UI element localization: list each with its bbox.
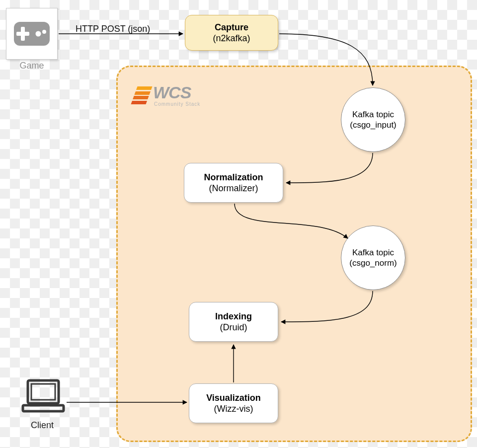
laptop-icon <box>21 378 66 414</box>
wcs-logo-tagline: Community Stack <box>154 102 200 107</box>
wcs-logo-text: WCS <box>153 84 200 101</box>
kafka-topic-norm-node: Kafka topic (csgo_norm) <box>341 225 405 290</box>
wcs-logo-stripes-icon <box>131 86 152 104</box>
indexing-title: Indexing <box>192 311 275 322</box>
kafka-topic-input-line1: Kafka topic <box>341 109 405 120</box>
game-node <box>6 8 58 60</box>
visualization-node: Visualization (Wizz-vis) <box>189 383 278 423</box>
svg-point-4 <box>42 30 46 34</box>
normalization-node: Normalization (Normalizer) <box>184 163 283 203</box>
indexing-node: Indexing (Druid) <box>189 302 278 342</box>
edge-label-http-post: HTTP POST (json) <box>76 24 150 34</box>
normalization-title: Normalization <box>187 172 280 183</box>
capture-node: Capture (n2kafka) <box>185 15 278 51</box>
client-node <box>21 378 66 416</box>
svg-rect-6 <box>31 384 55 400</box>
capture-title: Capture <box>188 22 275 33</box>
kafka-topic-input-line2: (csgo_input) <box>341 120 405 130</box>
client-label: Client <box>15 420 70 431</box>
svg-point-3 <box>36 31 41 37</box>
gamepad-icon <box>13 21 50 46</box>
visualization-title: Visualization <box>192 392 275 404</box>
kafka-topic-norm-line1: Kafka topic <box>341 247 405 258</box>
kafka-topic-norm-line2: (csgo_norm) <box>341 258 405 268</box>
normalization-sub: (Normalizer) <box>187 183 280 194</box>
visualization-sub: (Wizz-vis) <box>192 403 275 415</box>
kafka-topic-input-node: Kafka topic (csgo_input) <box>341 87 405 152</box>
svg-rect-2 <box>16 32 29 36</box>
game-label: Game <box>6 61 58 71</box>
wcs-logo: WCS Community Stack <box>134 79 243 111</box>
svg-rect-7 <box>23 405 64 411</box>
capture-sub: (n2kafka) <box>188 33 275 44</box>
indexing-sub: (Druid) <box>192 322 275 333</box>
wcs-boundary-fill <box>116 66 472 442</box>
